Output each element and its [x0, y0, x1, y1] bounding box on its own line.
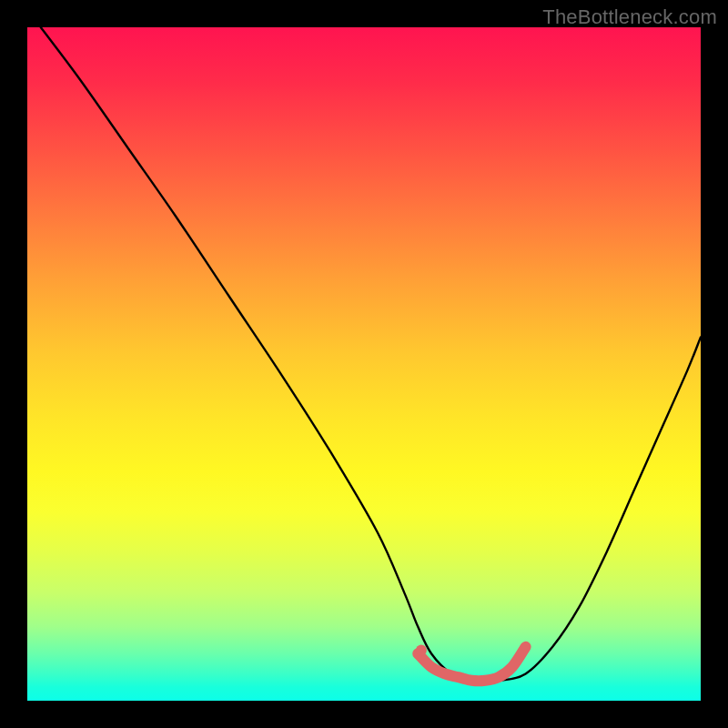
watermark-text: TheBottleneck.com — [542, 5, 717, 29]
bottleneck-curve — [41, 27, 701, 682]
marker-dot — [416, 645, 427, 656]
curve-layer — [27, 27, 701, 701]
chart-container: TheBottleneck.com — [0, 0, 728, 728]
optimal-band — [418, 647, 525, 681]
plot-area — [27, 27, 701, 701]
